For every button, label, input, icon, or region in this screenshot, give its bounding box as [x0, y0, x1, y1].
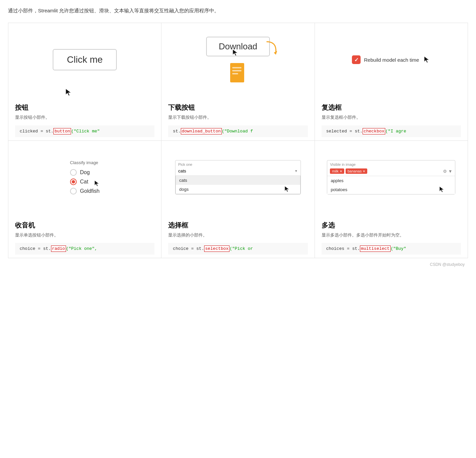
tag-milk[interactable]: milk ✕ — [330, 168, 344, 174]
checkbox-checked[interactable] — [352, 55, 361, 64]
card-button-info: 按钮 显示按钮小部件。 clicked = st.button("Click m… — [8, 96, 161, 140]
card-download-info: 下载按钮 显示下载按钮小部件。 st.download_button("Down… — [161, 96, 314, 140]
svg-marker-7 — [424, 56, 429, 63]
card-checkbox-desc: 显示复选框小部件。 — [322, 114, 461, 121]
selectbox-option-dogs[interactable]: dogs — [176, 185, 300, 194]
card-radio: Classify image Dog Cat Goldfish — [8, 141, 161, 259]
svg-rect-5 — [232, 70, 242, 71]
selectbox-chevron-icon: ▼ — [295, 169, 298, 173]
card-multiselect-info: 多选 显示多选小部件。多选小部件开始时为空。 choices = st.mult… — [315, 214, 468, 258]
card-checkbox: Rebuild model each time 复选框 显示复选框小部件。 se… — [315, 23, 468, 141]
svg-marker-0 — [66, 89, 71, 96]
multiselect-label: Visible in image — [327, 160, 455, 167]
multiselect-option-apples[interactable]: apples — [327, 176, 455, 185]
multiselect-option-potatoes[interactable]: potatoes — [327, 185, 455, 194]
checkbox-cursor-icon — [424, 56, 430, 64]
selectbox-option-cats[interactable]: cats — [176, 176, 300, 185]
tag-bananas-remove[interactable]: ✕ — [363, 169, 365, 173]
card-multiselect-title: 多选 — [322, 221, 461, 230]
card-download: Download — [161, 23, 315, 141]
card-checkbox-code: selected = st.checkbox("I agre — [322, 125, 461, 137]
card-checkbox-info: 复选框 显示复选框小部件。 selected = st.checkbox("I … — [315, 96, 468, 140]
download-area: Download — [206, 37, 270, 83]
card-radio-info: 收音机 显示单选按钮小部件。 choice = st.radio("Pick o… — [8, 214, 161, 258]
selectbox-selected[interactable]: cats ▼ — [175, 167, 300, 176]
download-cursor-icon — [232, 49, 239, 57]
card-selectbox-info: 选择框 显示选择的小部件。 choice = st.selectbox("Pic… — [161, 214, 314, 258]
card-checkbox-preview: Rebuild model each time — [315, 23, 468, 96]
gear-icon[interactable]: ⚙ ▼ — [443, 169, 452, 174]
cursor-icon — [65, 88, 72, 97]
card-multiselect-preview: Visible in image milk ✕ bananas ✕ ⚙ ▼ ap… — [315, 141, 468, 214]
radio-label-dog: Dog — [80, 169, 90, 175]
card-radio-code: choice = st.radio("Pick one", — [15, 243, 154, 255]
multiselect-cursor-icon — [439, 186, 445, 193]
footer-text: CSDN @studyeboy — [430, 262, 465, 267]
card-radio-desc: 显示单选按钮小部件。 — [15, 232, 154, 239]
radio-item-cat[interactable]: Cat — [70, 178, 100, 185]
card-checkbox-title: 复选框 — [322, 103, 461, 112]
card-selectbox: Pick one cats ▼ cats dogs — [161, 141, 315, 259]
card-multiselect-desc: 显示多选小部件。多选小部件开始时为空。 — [322, 232, 461, 239]
card-selectbox-code: choice = st.selectbox("Pick or — [168, 243, 308, 255]
selectbox-area: Pick one cats ▼ cats dogs — [175, 160, 301, 194]
card-download-preview: Download — [161, 23, 314, 96]
card-radio-title: 收音机 — [15, 221, 154, 230]
card-button: Click me 按钮 显示按钮小部件。 clicked = st.button… — [8, 23, 161, 141]
footer: CSDN @studyeboy — [8, 262, 468, 267]
card-download-desc: 显示下载按钮小部件。 — [168, 114, 308, 121]
selectbox-label: Pick one — [175, 160, 300, 167]
radio-label-goldfish: Goldfish — [80, 188, 100, 194]
intro-text: 通过小部件，Streamlit 允许您通过按钮、滑块、文本输入等直接将交互性融入… — [8, 7, 468, 15]
radio-circle-cat — [70, 178, 77, 185]
svg-marker-1 — [232, 49, 237, 56]
card-button-preview: Click me — [8, 23, 161, 96]
svg-rect-3 — [230, 63, 244, 82]
svg-rect-6 — [232, 73, 238, 74]
curved-arrow-icon — [263, 40, 280, 57]
radio-circle-dog — [70, 169, 77, 176]
card-multiselect: Visible in image milk ✕ bananas ✕ ⚙ ▼ ap… — [315, 141, 468, 259]
card-button-desc: 显示按钮小部件。 — [15, 114, 154, 121]
multiselect-tags-row: milk ✕ bananas ✕ ⚙ ▼ — [327, 167, 455, 176]
multiselect-options: apples potatoes — [327, 176, 455, 194]
card-radio-preview: Classify image Dog Cat Goldfish — [8, 141, 161, 214]
radio-item-dog[interactable]: Dog — [70, 169, 100, 176]
radio-label-cat: Cat — [80, 179, 88, 185]
document-icon — [229, 62, 246, 83]
card-button-code: clicked = st.button("Click me" — [15, 125, 154, 137]
click-me-button[interactable]: Click me — [53, 49, 116, 70]
svg-marker-10 — [440, 186, 444, 192]
selectbox-dropdown: cats dogs — [175, 176, 300, 194]
card-multiselect-code: choices = st.multiselect("Buy" — [322, 243, 461, 255]
card-selectbox-desc: 显示选择的小部件。 — [168, 232, 308, 239]
radio-group-label: Classify image — [70, 160, 100, 165]
card-download-title: 下载按钮 — [168, 103, 308, 112]
multiselect-area: Visible in image milk ✕ bananas ✕ ⚙ ▼ ap… — [327, 160, 455, 194]
tag-milk-remove[interactable]: ✕ — [340, 169, 342, 173]
radio-item-goldfish[interactable]: Goldfish — [70, 188, 100, 194]
checkbox-label: Rebuild model each time — [364, 57, 419, 63]
radio-area: Classify image Dog Cat Goldfish — [70, 160, 100, 194]
card-selectbox-preview: Pick one cats ▼ cats dogs — [161, 141, 314, 214]
radio-cursor-icon — [94, 180, 100, 187]
checkbox-area: Rebuild model each time — [352, 55, 430, 64]
tag-bananas[interactable]: bananas ✕ — [346, 168, 367, 174]
radio-circle-goldfish — [70, 188, 77, 194]
card-button-title: 按钮 — [15, 103, 154, 112]
svg-marker-9 — [285, 186, 289, 192]
svg-rect-4 — [232, 67, 242, 68]
card-download-code: st.download_button("Download f — [168, 125, 308, 137]
widget-grid: Click me 按钮 显示按钮小部件。 clicked = st.button… — [8, 23, 468, 258]
svg-marker-8 — [94, 180, 99, 186]
card-selectbox-title: 选择框 — [168, 221, 308, 230]
tag-group: milk ✕ bananas ✕ — [330, 168, 367, 174]
selectbox-cursor-icon — [284, 185, 290, 193]
selectbox-current-value: cats — [178, 168, 186, 173]
